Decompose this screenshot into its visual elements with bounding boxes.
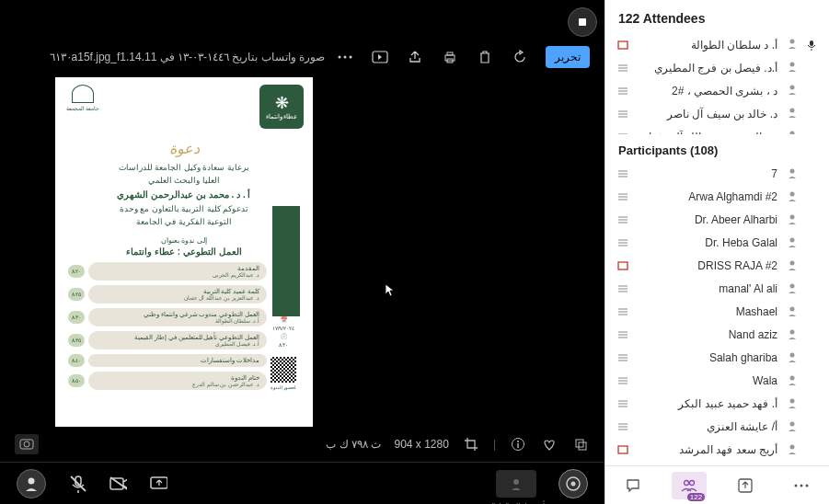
attendee-row[interactable]: د. خالد بن سيف آل ناصر — [605, 102, 829, 125]
attendee-name: DRISS RAJA #2 — [637, 259, 777, 272]
camera-icon[interactable] — [15, 434, 39, 454]
tab-people[interactable]: 122 — [672, 472, 707, 499]
crop-icon[interactable] — [462, 435, 480, 453]
person-icon — [785, 38, 798, 52]
heart-icon[interactable] — [540, 435, 558, 453]
agenda-item: كلمة عميد كلية التربيةد. عبدالعزيز بن عب… — [68, 285, 267, 304]
poster-meta: 📅 ١٧/٩/٢٠٢٤ 🕗 ٨.٣٠ — [267, 316, 300, 348]
svg-rect-60 — [618, 262, 628, 269]
svg-point-55 — [790, 237, 795, 242]
svg-point-69 — [790, 329, 795, 334]
attendee-row[interactable]: عبدالعزيز بن عبدالله آل عثمان — [605, 125, 829, 134]
svg-point-81 — [790, 398, 795, 403]
attendee-name: أ/ عايشة العنزي — [637, 420, 777, 433]
attendee-row[interactable]: 7 — [605, 163, 829, 186]
attendee-marker-icon — [616, 376, 629, 385]
attendee-row[interactable]: Dr. Abeer Alharbi — [605, 209, 829, 232]
share-screen-icon[interactable] — [149, 475, 167, 493]
person-icon — [785, 259, 798, 273]
attendee-name: د. خالد بن سيف آل ناصر — [637, 108, 777, 120]
more-icon[interactable] — [336, 48, 354, 66]
invite-word: دعوة — [169, 141, 200, 156]
play-icon[interactable] — [371, 48, 389, 66]
attendee-row[interactable]: أريج سعد فهد المرشد — [605, 439, 829, 462]
attendee-row[interactable]: Wala — [605, 370, 829, 393]
speakers-list: أ. د سلطان الطوالة أ.د. فيصل بن فرج المط… — [605, 33, 829, 134]
attendee-row[interactable]: Nand aziz — [605, 324, 829, 347]
svg-rect-13 — [576, 440, 583, 447]
svg-point-59 — [790, 260, 795, 265]
svg-point-31 — [790, 86, 795, 90]
agenda-item: العمل التطوعي تأهيل للمتعلمين في إطار ال… — [68, 331, 267, 349]
svg-point-21 — [513, 479, 519, 485]
svg-point-3 — [350, 56, 352, 59]
person-icon — [785, 61, 798, 74]
svg-point-73 — [790, 352, 795, 357]
share-icon[interactable] — [406, 48, 424, 66]
attendee-row[interactable]: manal' Al ali — [605, 278, 829, 301]
mic-muted-icon[interactable] — [68, 475, 86, 493]
edit-button[interactable]: تحرير — [546, 46, 590, 68]
svg-point-2 — [344, 56, 347, 59]
attendee-name: Salah ghariba — [637, 351, 777, 364]
attendee-marker-icon — [616, 109, 629, 119]
attendee-row[interactable]: Salah ghariba — [605, 347, 829, 370]
image-dims: 904 x 1280 — [394, 438, 448, 451]
tab-chat[interactable] — [616, 472, 651, 499]
attendee-row[interactable]: أ.د. فيصل بن فرج المطيري — [605, 56, 829, 79]
attendee-row[interactable]: Arwa Alghamdi #2 — [605, 186, 829, 209]
attendee-name: أ.د. فيصل بن فرج المطيري — [637, 62, 777, 74]
attendee-row[interactable]: Mashael — [605, 301, 829, 324]
person-icon — [785, 420, 798, 434]
agenda-item: المقدمةد. عبدالكريم الحربي٨.٢٠ — [68, 262, 267, 281]
attendee-marker-icon — [616, 63, 629, 73]
image-viewer: جامعة المجمعة ❋ عطاء وانتماء دعوة برعاية… — [0, 77, 604, 427]
svg-point-65 — [790, 306, 795, 311]
attendee-marker-icon — [616, 284, 629, 293]
info-icon[interactable] — [509, 435, 527, 453]
svg-point-15 — [29, 477, 35, 484]
attendee-row[interactable]: DRISS RAJA #2 — [605, 255, 829, 278]
svg-point-23 — [571, 481, 576, 486]
attendee-name: Wala — [637, 374, 777, 387]
svg-point-25 — [790, 40, 795, 44]
svg-point-47 — [790, 191, 795, 196]
attendee-row[interactable]: Dr. Heba Galal — [605, 232, 829, 255]
print-icon[interactable] — [441, 48, 459, 66]
person-icon — [785, 443, 798, 457]
copy-icon[interactable] — [571, 435, 590, 453]
attendee-name: د ، بشرى الحمصي ، #2 — [637, 85, 777, 97]
attendee-row[interactable]: أ. د سلطان الطوالة — [605, 33, 829, 56]
attendee-marker-icon — [616, 399, 629, 408]
attendee-name: أ. د سلطان الطوالة — [637, 39, 777, 52]
svg-point-77 — [790, 375, 795, 380]
attendee-row[interactable]: أ/ عايشة العنزي — [605, 416, 829, 439]
end-call-icon[interactable] — [558, 469, 588, 498]
attendee-marker-icon — [616, 215, 629, 224]
attendee-name: Dr. Heba Galal — [637, 236, 777, 249]
trash-icon[interactable] — [476, 48, 494, 66]
cursor-icon — [385, 283, 396, 298]
attendee-marker-icon — [616, 169, 629, 178]
attendee-name: أريج سعد فهد المرشد — [637, 443, 777, 456]
svg-point-91 — [685, 480, 689, 485]
poster-image: جامعة المجمعة ❋ عطاء وانتماء دعوة برعاية… — [55, 77, 313, 427]
attendee-marker-icon — [616, 353, 629, 362]
attendees-header: 122 Attendees — [605, 0, 829, 33]
rotate-icon[interactable] — [511, 48, 529, 66]
agenda-item: مداخلات واستفسارات٨.٤٠ — [68, 354, 267, 367]
attendee-marker-icon — [616, 238, 629, 247]
svg-point-1 — [339, 56, 341, 59]
attendee-row[interactable]: د ، بشرى الحمصي ، #2 — [605, 79, 829, 102]
tab-share[interactable] — [728, 472, 763, 499]
person-icon — [785, 328, 798, 342]
self-avatar[interactable] — [17, 469, 46, 498]
video-off-icon[interactable] — [109, 475, 127, 493]
viewer-bottom-bar: ث ٧٩٨ ك ب 904 x 1280 | — [0, 427, 604, 462]
svg-rect-26 — [618, 41, 628, 49]
tab-more[interactable] — [784, 472, 819, 499]
stop-record-button[interactable] — [568, 7, 597, 37]
attendee-row[interactable]: أ. فهد حميد عبيد البكر — [605, 393, 829, 416]
svg-point-96 — [805, 484, 808, 487]
participant-tile[interactable]: أ. د سلطان الطوالة — [496, 470, 536, 498]
